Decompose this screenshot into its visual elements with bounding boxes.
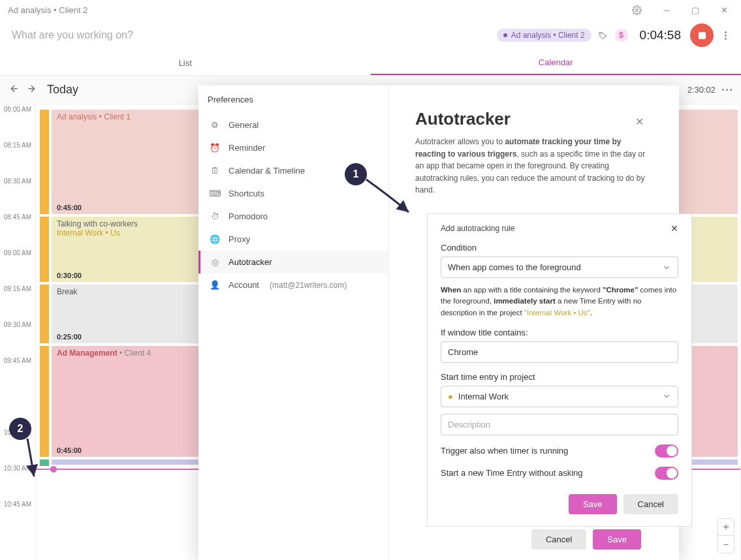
project-label: Start time entry in project bbox=[441, 372, 678, 382]
sidebar-item-pomodoro[interactable]: ⏱Pomodoro bbox=[198, 205, 388, 228]
zoom-controls: ＋ － bbox=[717, 518, 734, 553]
svg-point-1 bbox=[601, 33, 601, 33]
activity-strip bbox=[40, 217, 49, 282]
activity-strip bbox=[40, 285, 49, 343]
condition-label: Condition bbox=[441, 243, 678, 253]
close-icon[interactable]: ✕ bbox=[635, 116, 644, 128]
project-select[interactable]: ●Internal Work bbox=[441, 386, 678, 407]
title-contains-input[interactable] bbox=[441, 341, 678, 363]
tab-calendar[interactable]: Calendar bbox=[371, 51, 742, 75]
day-more-icon[interactable] bbox=[722, 89, 732, 91]
preferences-modal: Preferences ⚙General ⏰Reminder 🗓Calendar… bbox=[198, 86, 679, 560]
page-blurb: Autotracker allows you to automate track… bbox=[415, 136, 650, 196]
time-gutter: 08:00 AM 08:15 AM 08:30 AM 08:45 AM 09:0… bbox=[0, 104, 36, 560]
globe-icon: 🌐 bbox=[209, 234, 221, 244]
timer-icon: ⏱ bbox=[209, 211, 221, 221]
window-minimize-icon[interactable]: ─ bbox=[652, 0, 681, 20]
window-title: Ad analysis • Client 2 bbox=[8, 5, 87, 15]
window-maximize-icon[interactable]: ▢ bbox=[681, 0, 710, 20]
toggle1-label: Trigger also when timer is running bbox=[441, 446, 568, 456]
page-title: Autotracker bbox=[415, 109, 653, 129]
tag-icon[interactable] bbox=[597, 29, 610, 42]
annotation-arrow-icon bbox=[20, 437, 46, 483]
more-icon[interactable] bbox=[719, 31, 732, 40]
annotation-bubble: 2 bbox=[9, 418, 31, 440]
preferences-title: Preferences bbox=[198, 95, 388, 114]
rule-description: When an app with a title containing the … bbox=[441, 285, 678, 319]
billable-icon[interactable]: $ bbox=[615, 29, 628, 42]
keyboard-icon: ⌨ bbox=[209, 189, 221, 198]
annotation-bubble: 1 bbox=[345, 163, 367, 185]
svg-point-0 bbox=[635, 8, 638, 11]
rule-title: Add autotracking rule bbox=[441, 224, 514, 233]
chevron-down-icon bbox=[662, 263, 671, 272]
prefs-save-button[interactable]: Save bbox=[593, 529, 641, 550]
camera-icon: ◎ bbox=[209, 257, 221, 267]
gear-icon[interactable] bbox=[622, 0, 651, 20]
prev-day-icon[interactable] bbox=[9, 84, 20, 96]
gear-icon: ⚙ bbox=[209, 120, 221, 130]
stop-button[interactable] bbox=[690, 23, 714, 47]
rule-description-input[interactable] bbox=[441, 414, 678, 435]
sidebar-item-account[interactable]: 👤Account(matt@21writers.com) bbox=[198, 273, 388, 296]
sidebar-item-shortcuts[interactable]: ⌨Shortcuts bbox=[198, 182, 388, 205]
window-titlebar: Ad analysis • Client 2 ─ ▢ ✕ bbox=[0, 0, 741, 20]
title-contains-label: If window title contains: bbox=[441, 328, 678, 337]
chevron-down-icon bbox=[662, 392, 671, 401]
window-close-icon[interactable]: ✕ bbox=[710, 0, 738, 20]
close-icon[interactable]: ✕ bbox=[670, 223, 678, 234]
sidebar-item-proxy[interactable]: 🌐Proxy bbox=[198, 228, 388, 251]
calendar-icon: 🗓 bbox=[209, 166, 221, 176]
condition-select[interactable]: When app comes to the foreground bbox=[441, 257, 678, 278]
sidebar-item-reminder[interactable]: ⏰Reminder bbox=[198, 136, 388, 159]
toggle-start-without-asking[interactable] bbox=[655, 467, 678, 480]
next-day-icon[interactable] bbox=[26, 84, 37, 96]
rule-save-button[interactable]: Save bbox=[569, 494, 617, 514]
view-tabs: List Calendar bbox=[0, 51, 741, 76]
stop-icon bbox=[699, 32, 706, 39]
sidebar-item-general[interactable]: ⚙General bbox=[198, 114, 388, 136]
preferences-sidebar: Preferences ⚙General ⏰Reminder 🗓Calendar… bbox=[198, 86, 389, 560]
rule-panel: Add autotracking rule ✕ Condition When a… bbox=[427, 213, 692, 527]
day-total: 2:30:02 bbox=[687, 85, 716, 95]
project-chip[interactable]: Ad analysis • Client 2 bbox=[497, 29, 591, 42]
zoom-in-icon[interactable]: ＋ bbox=[718, 519, 734, 536]
timer-display: 0:04:58 bbox=[640, 28, 681, 42]
clock-icon: ⏰ bbox=[209, 143, 221, 153]
preferences-main: ✕ Autotracker Autotracker allows you to … bbox=[389, 86, 679, 560]
toggle2-label: Start a new Time Entry without asking bbox=[441, 468, 582, 478]
sidebar-item-autotracker[interactable]: ◎Autotracker bbox=[198, 251, 388, 273]
activity-strip bbox=[40, 110, 49, 214]
today-label[interactable]: Today bbox=[47, 83, 78, 97]
prefs-cancel-button[interactable]: Cancel bbox=[531, 529, 586, 550]
description-input[interactable] bbox=[12, 29, 497, 41]
tracking-bar: Ad analysis • Client 2 $ 0:04:58 bbox=[0, 20, 741, 51]
tab-list[interactable]: List bbox=[0, 51, 371, 75]
toggle-trigger-running[interactable] bbox=[655, 444, 678, 458]
zoom-out-icon[interactable]: － bbox=[718, 536, 734, 553]
rule-cancel-button[interactable]: Cancel bbox=[623, 494, 678, 514]
annotation-arrow-icon bbox=[363, 176, 415, 222]
user-icon: 👤 bbox=[209, 280, 221, 290]
